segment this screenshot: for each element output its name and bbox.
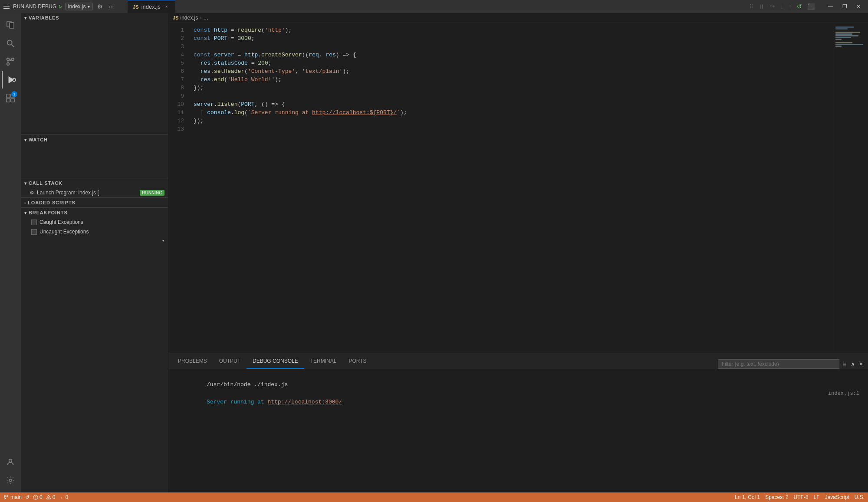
callstack-label: CALL STACK — [29, 180, 62, 186]
breakpoints-header[interactable]: ▾ BREAKPOINTS — [21, 208, 168, 217]
code-line-9 — [194, 92, 833, 100]
tab-terminal[interactable]: TERMINAL — [304, 354, 343, 369]
console-ref: index.js:1 — [828, 389, 859, 398]
run-debug-activity-icon[interactable] — [2, 71, 19, 89]
variables-label: VARIABLES — [29, 15, 59, 20]
svg-point-5 — [7, 63, 10, 66]
code-content[interactable]: const http = require('http'); const PORT… — [190, 23, 833, 354]
svg-rect-14 — [7, 98, 10, 102]
debug-more-button[interactable]: ··· — [107, 3, 116, 10]
code-line-10: server.listen(PORT, () => { — [194, 100, 833, 108]
config-dropdown[interactable]: index.js ▾ — [65, 3, 93, 10]
debug-stop-button[interactable]: ⬛ — [805, 2, 817, 11]
svg-point-24 — [36, 498, 36, 499]
variables-chevron: ▾ — [24, 16, 27, 20]
settings-icon[interactable] — [2, 472, 19, 489]
run-debug-label: RUN AND DEBUG — [13, 3, 56, 10]
statusbar-errors[interactable]: 0 — [33, 494, 43, 500]
code-line-8: }); — [194, 84, 833, 92]
caught-exceptions-label: Caught Exceptions — [39, 219, 83, 225]
breadcrumb-extra: … — [203, 15, 208, 21]
tab-debug-console[interactable]: DEBUG CONSOLE — [247, 354, 304, 369]
keyboard-layout[interactable]: U.S. — [855, 494, 865, 500]
call-stack-item[interactable]: ⚙ Launch Program: index.js [ RUNNING — [21, 188, 168, 197]
console-link[interactable]: http://localhost:3000/ — [267, 399, 342, 405]
console-cmd-text: /usr/bin/node ./index.js — [207, 381, 288, 388]
window-maximize-button[interactable]: ❐ — [838, 2, 851, 11]
debug-toolbar: ⠿ ⏸ ↷ ↓ ↑ ↺ ⬛ — [747, 2, 817, 11]
source-control-icon[interactable] — [2, 53, 19, 70]
call-stack-gear-icon: ⚙ — [30, 190, 34, 196]
svg-point-6 — [12, 58, 14, 61]
extensions-icon[interactable]: 1 — [2, 89, 19, 107]
filter-input[interactable] — [718, 359, 839, 369]
tab-index-js[interactable]: JS index.js × — [128, 0, 175, 13]
tab-problems[interactable]: PROBLEMS — [172, 354, 213, 369]
debug-gear-button[interactable]: ⚙ — [95, 3, 105, 10]
error-icon — [33, 495, 38, 500]
watch-header[interactable]: ▾ WATCH — [21, 135, 168, 144]
svg-line-3 — [12, 45, 14, 47]
explorer-icon[interactable] — [2, 16, 19, 34]
cursor-position[interactable]: Ln 1, Col 1 — [735, 494, 760, 500]
callstack-section: ▾ CALL STACK ⚙ Launch Program: index.js … — [21, 178, 168, 197]
watch-chevron: ▾ — [24, 138, 27, 142]
loaded-scripts-label: LOADED SCRIPTS — [28, 200, 76, 205]
breakpoint-caught-exceptions[interactable]: Caught Exceptions — [21, 217, 168, 227]
svg-point-16 — [9, 459, 12, 462]
code-editor[interactable]: 1 2 3 4 5 6 7 8 9 10 11 12 13 const http… — [168, 23, 868, 354]
menu-icon[interactable] — [3, 3, 10, 10]
encoding[interactable]: UTF-8 — [794, 494, 809, 500]
caught-exceptions-checkbox[interactable] — [31, 220, 37, 225]
minimap — [833, 23, 868, 354]
activity-bar-bottom — [2, 453, 19, 489]
svg-marker-10 — [9, 76, 14, 84]
tab-close-button[interactable]: × — [163, 3, 170, 10]
titlebar: RUN AND DEBUG ▷ index.js ▾ ⚙ ··· JS inde… — [0, 0, 868, 13]
account-icon[interactable] — [2, 453, 19, 471]
info-count: 0 — [65, 494, 68, 500]
debug-restart-button[interactable]: ↺ — [795, 2, 804, 11]
svg-point-27 — [61, 497, 62, 498]
panel-close-button[interactable]: × — [858, 360, 865, 368]
git-branch[interactable]: main — [3, 494, 22, 500]
window-close-button[interactable]: ✕ — [852, 2, 865, 11]
statusbar-warnings[interactable]: 0 — [46, 494, 56, 500]
breakpoint-uncaught-exceptions[interactable]: Uncaught Exceptions — [21, 227, 168, 236]
debug-step-over-button[interactable]: ↷ — [768, 2, 777, 11]
window-minimize-button[interactable]: — — [825, 2, 837, 11]
debug-pause-button[interactable]: ⏸ — [756, 2, 767, 11]
loaded-scripts-header[interactable]: › LOADED SCRIPTS — [21, 198, 168, 207]
statusbar-info[interactable]: 0 — [59, 494, 68, 500]
panel: PROBLEMS OUTPUT DEBUG CONSOLE TERMINAL P… — [168, 354, 868, 492]
error-count: 0 — [39, 494, 43, 500]
statusbar-sync[interactable]: ↺ — [25, 494, 30, 500]
language-mode[interactable]: JavaScript — [825, 494, 849, 500]
uncaught-exceptions-checkbox[interactable] — [31, 229, 37, 235]
callstack-header[interactable]: ▾ CALL STACK — [21, 178, 168, 188]
search-icon[interactable] — [2, 35, 19, 52]
debug-step-into-button[interactable]: ↓ — [778, 2, 786, 11]
indentation[interactable]: Spaces: 2 — [765, 494, 788, 500]
variables-header[interactable]: ▾ VARIABLES — [21, 13, 168, 23]
code-line-13 — [194, 125, 833, 133]
panel-expand-button[interactable]: ∧ — [849, 360, 857, 368]
debug-continue-button[interactable]: ⠿ — [747, 2, 756, 11]
svg-point-17 — [10, 479, 12, 482]
tab-ports[interactable]: PORTS — [342, 354, 372, 369]
line-ending[interactable]: LF — [814, 494, 820, 500]
play-icon[interactable]: ▷ — [59, 3, 62, 10]
breakpoints-collapse[interactable]: ▾ — [21, 236, 168, 245]
debug-step-out-button[interactable]: ↑ — [786, 2, 794, 11]
breadcrumb-js-icon: JS — [173, 15, 178, 20]
breadcrumb-filename[interactable]: index.js — [180, 15, 198, 21]
watch-label: WATCH — [29, 137, 48, 142]
panel-tabs: PROBLEMS OUTPUT DEBUG CONSOLE TERMINAL P… — [168, 354, 868, 369]
panel-collapse-button[interactable]: ≡ — [841, 360, 848, 368]
panel-filter: ≡ ∧ × — [718, 359, 865, 369]
titlebar-left: RUN AND DEBUG ▷ index.js ▾ ⚙ ··· — [3, 3, 115, 10]
svg-point-18 — [4, 495, 6, 497]
tab-output[interactable]: OUTPUT — [213, 354, 247, 369]
svg-point-26 — [48, 498, 49, 499]
svg-rect-1 — [10, 23, 14, 28]
